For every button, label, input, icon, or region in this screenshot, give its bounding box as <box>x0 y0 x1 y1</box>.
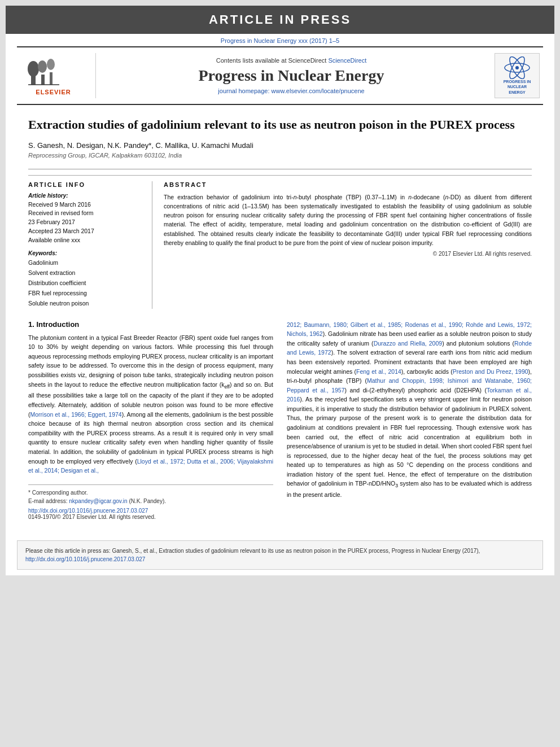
introduction-text-col1: The plutonium content in a typical Fast … <box>28 333 273 475</box>
citation-text: Please cite this article in press as: Ga… <box>25 547 535 563</box>
section-divider <box>28 169 532 169</box>
history-subtitle: Article history: <box>28 193 143 199</box>
keyword-solvent: Solvent extraction <box>28 268 143 278</box>
doi-link[interactable]: http://dx.doi.org/10.1016/j.pnucene.2017… <box>28 508 273 514</box>
abstract-text: The extraction behavior of gadolinium in… <box>164 193 532 248</box>
available-online: Available online xxx <box>28 236 143 245</box>
banner-text: ARTICLE IN PRESS <box>209 12 351 27</box>
author-email[interactable]: nkpandey@igcar.gov.in <box>69 498 127 504</box>
accepted-date: Accepted 23 March 2017 <box>28 227 143 236</box>
elsevier-logo-section: ELSEVIER <box>17 53 96 98</box>
corresponding-note: * Corresponding author. E-mail address: … <box>28 488 273 505</box>
body-column-left: 1. Introduction The plutonium content in… <box>28 320 273 520</box>
body-section: 1. Introduction The plutonium content in… <box>28 320 532 520</box>
atom-logo-svg <box>503 56 531 79</box>
affiliation: Reprocessing Group, IGCAR, Kalpakkam 603… <box>28 152 532 159</box>
journal-homepage-url[interactable]: www.elsevier.com/locate/pnucene <box>272 88 365 94</box>
elsevier-label: ELSEVIER <box>36 89 71 95</box>
keyword-neutron: Soluble neutron poison <box>28 299 143 309</box>
main-content: Extraction studies of gadolinium relevan… <box>6 105 554 531</box>
journal-logo-box: PROGRESS INNUCLEARENERGY <box>495 53 540 98</box>
journal-header: ELSEVIER Contents lists available at Sci… <box>17 46 543 105</box>
abstract-title: ABSTRACT <box>164 181 532 188</box>
article-info-title: ARTICLE INFO <box>28 181 143 188</box>
citation-doi[interactable]: http://dx.doi.org/10.1016/j.pnucene.2017… <box>25 556 145 562</box>
journal-logo-text: PROGRESS INNUCLEARENERGY <box>504 79 531 94</box>
abstract-panel: ABSTRACT The extraction behavior of gado… <box>164 181 532 309</box>
article-info-panel: ARTICLE INFO Article history: Received 9… <box>28 181 152 309</box>
keywords-list: Gadolinium Solvent extraction Distributi… <box>28 258 143 308</box>
article-in-press-banner: ARTICLE IN PRESS <box>6 6 554 34</box>
contents-available-line: Contents lists available at ScienceDirec… <box>216 57 367 64</box>
revised-date: Received in revised form23 February 2017 <box>28 209 143 227</box>
svg-point-2 <box>38 60 47 73</box>
article-title: Extraction studies of gadolinium relevan… <box>28 116 532 133</box>
introduction-heading: 1. Introduction <box>28 320 273 329</box>
rights-line: 0149-1970/© 2017 Elsevier Ltd. All right… <box>28 514 273 520</box>
journal-reference: Progress in Nuclear Energy xxx (2017) 1–… <box>6 34 554 46</box>
received-date: Received 9 March 2016 <box>28 200 143 209</box>
introduction-text-col2: 2012; Baumann, 1980; Gilbert et al., 198… <box>287 320 532 500</box>
keyword-distribution: Distribution coefficient <box>28 278 143 289</box>
footnote-section: * Corresponding author. E-mail address: … <box>28 484 273 520</box>
svg-rect-5 <box>50 72 53 85</box>
svg-point-1 <box>28 61 39 77</box>
svg-point-3 <box>47 59 55 70</box>
svg-rect-4 <box>41 75 45 85</box>
keyword-gadolinium: Gadolinium <box>28 258 143 268</box>
sciencedirect-link[interactable]: ScienceDirect <box>328 57 366 64</box>
journal-logo-section: PROGRESS INNUCLEARENERGY <box>487 53 543 98</box>
journal-homepage-line: journal homepage: www.elsevier.com/locat… <box>218 88 364 94</box>
copyright-line: © 2017 Elsevier Ltd. All rights reserved… <box>164 251 532 257</box>
journal-title-section: Contents lists available at ScienceDirec… <box>96 53 487 98</box>
svg-point-10 <box>515 66 519 69</box>
journal-ref-text: Progress in Nuclear Energy xxx (2017) 1–… <box>221 37 339 44</box>
keywords-title: Keywords: <box>28 250 143 256</box>
authors-line: S. Ganesh, N. Desigan, N.K. Pandey*, C. … <box>28 141 532 150</box>
info-abstract-section: ARTICLE INFO Article history: Received 9… <box>28 175 532 309</box>
citation-bar: Please cite this article in press as: Ga… <box>17 540 543 570</box>
keywords-section: Keywords: Gadolinium Solvent extraction … <box>28 250 143 308</box>
body-column-right: 2012; Baumann, 1980; Gilbert et al., 198… <box>287 320 532 520</box>
keyword-fbr: FBR fuel reprocessing <box>28 289 143 299</box>
elsevier-tree-logo <box>25 56 82 88</box>
journal-title-main: Progress in Nuclear Energy <box>199 66 384 85</box>
